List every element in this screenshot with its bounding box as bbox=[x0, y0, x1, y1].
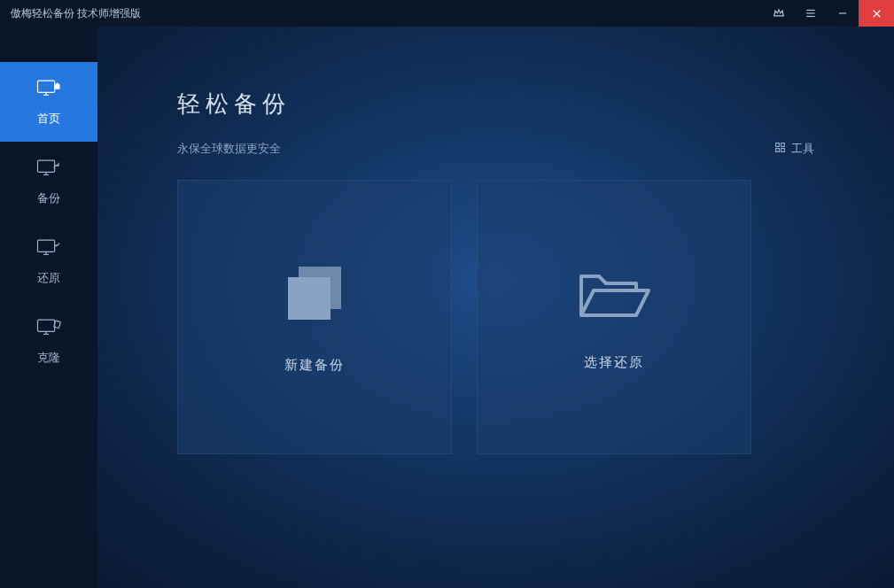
home-icon bbox=[36, 78, 61, 102]
svg-rect-9 bbox=[37, 160, 54, 172]
app-title: 傲梅轻松备份 技术师增强版 bbox=[11, 6, 141, 21]
minimize-button[interactable] bbox=[827, 0, 859, 27]
page-title: 轻松备份 bbox=[177, 89, 814, 120]
card-label: 新建备份 bbox=[284, 357, 345, 374]
svg-rect-24 bbox=[288, 277, 330, 320]
sidebar-item-label: 备份 bbox=[37, 190, 60, 206]
svg-rect-6 bbox=[37, 81, 54, 92]
svg-rect-18 bbox=[54, 320, 61, 328]
sidebar-item-backup[interactable]: 备份 bbox=[0, 142, 97, 221]
close-icon bbox=[870, 7, 883, 20]
svg-rect-22 bbox=[781, 149, 785, 152]
tools-link[interactable]: 工具 bbox=[774, 141, 814, 157]
minimize-icon bbox=[836, 7, 849, 19]
stack-icon bbox=[277, 261, 352, 332]
tools-label: 工具 bbox=[791, 141, 814, 157]
crown-button[interactable] bbox=[763, 0, 795, 27]
restore-icon bbox=[36, 237, 61, 261]
backup-icon bbox=[36, 158, 61, 182]
svg-rect-20 bbox=[781, 143, 785, 147]
svg-rect-15 bbox=[37, 320, 54, 331]
sidebar-item-home[interactable]: 首页 bbox=[0, 62, 97, 142]
main-content: 轻松备份 永保全球数据更安全 工具 bbox=[97, 27, 894, 588]
menu-button[interactable] bbox=[795, 0, 827, 27]
sidebar-item-label: 还原 bbox=[37, 270, 60, 286]
crown-icon bbox=[773, 7, 785, 19]
card-label: 选择还原 bbox=[584, 354, 644, 371]
sidebar-item-label: 克隆 bbox=[37, 350, 60, 366]
folder-open-icon bbox=[574, 264, 654, 329]
close-button[interactable] bbox=[859, 0, 894, 27]
sidebar-item-restore[interactable]: 还原 bbox=[0, 221, 97, 301]
svg-rect-21 bbox=[776, 149, 780, 152]
menu-icon bbox=[805, 7, 817, 19]
card-restore[interactable]: 选择还原 bbox=[477, 180, 751, 454]
svg-rect-12 bbox=[37, 240, 54, 251]
clone-icon bbox=[36, 317, 61, 341]
svg-rect-19 bbox=[776, 143, 780, 147]
sidebar-item-clone[interactable]: 克隆 bbox=[0, 301, 97, 381]
sidebar: 首页 备份 还原 bbox=[0, 27, 97, 588]
page-subtitle: 永保全球数据更安全 bbox=[177, 141, 774, 157]
card-new-backup[interactable]: 新建备份 bbox=[177, 180, 452, 454]
sidebar-item-label: 首页 bbox=[37, 111, 60, 127]
grid-icon bbox=[774, 142, 786, 156]
titlebar: 傲梅轻松备份 技术师增强版 bbox=[0, 0, 894, 27]
